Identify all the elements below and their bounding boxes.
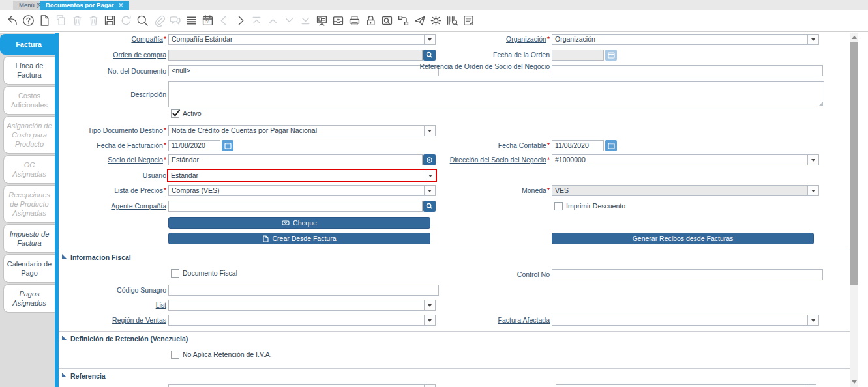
document-icon — [262, 235, 269, 242]
codigo-sunagro-field[interactable] — [168, 285, 439, 296]
section-referencia[interactable]: Referencia — [70, 372, 106, 380]
organizacion-select[interactable]: Organización — [552, 34, 819, 45]
report-view-icon[interactable] — [462, 14, 475, 27]
factura-afectada-select[interactable] — [552, 315, 819, 326]
lock-icon[interactable] — [364, 14, 378, 27]
direccion-socio-label: Dirección del Socio del Negocio* — [414, 156, 550, 164]
cheque-button[interactable]: Cheque — [168, 217, 430, 229]
no-aplica-retencion-checkbox[interactable] — [171, 351, 179, 359]
sidebar-tab-línea-de-factura[interactable]: Línea de Factura — [3, 56, 55, 85]
chevron-down-icon[interactable] — [807, 315, 818, 325]
orden-compra-field — [168, 50, 423, 61]
section-definicion-retencion[interactable]: Definición de Retención (Venezuela) — [70, 335, 188, 343]
calendar-icon — [608, 51, 615, 59]
region-ventas-select[interactable] — [168, 315, 436, 326]
fecha-contable-calendar-button[interactable] — [605, 140, 617, 151]
vertical-scrollbar[interactable] — [850, 33, 858, 387]
search-icon — [426, 203, 433, 210]
check-icon — [172, 108, 181, 118]
section-separator — [59, 331, 850, 332]
generar-recibos-button[interactable]: Generar Recibos desde Facturas — [552, 233, 814, 244]
workflow-icon[interactable] — [397, 14, 410, 27]
fecha-facturacion-calendar-button[interactable] — [222, 140, 233, 151]
control-no-field[interactable] — [552, 269, 823, 280]
agente-compania-search-button[interactable] — [423, 201, 436, 212]
parent-record-icon — [217, 14, 231, 27]
preferences-icon[interactable] — [429, 14, 443, 27]
referencia-right-select-partial[interactable] — [556, 384, 816, 387]
sidebar-tab-impuesto-de-factura[interactable]: Impuesto de Factura — [3, 224, 55, 253]
delete-record-icon — [70, 14, 84, 27]
section-informacion-fiscal[interactable]: Informacion Fiscal — [70, 253, 131, 261]
imprimir-descuento-checkbox[interactable] — [554, 202, 563, 210]
no-documento-field[interactable]: <null> — [168, 65, 439, 76]
socio-negocio-field[interactable]: Estándar — [168, 154, 423, 165]
new-record-icon[interactable] — [38, 14, 52, 27]
chevron-down-icon[interactable] — [424, 126, 435, 136]
collapse-triangle-icon[interactable] — [62, 373, 67, 377]
refresh-icon — [119, 14, 133, 27]
sidebar-tab-pagos-asignados[interactable]: Pagos Asignados — [3, 284, 55, 313]
undo-icon[interactable] — [5, 14, 19, 27]
section-separator — [59, 250, 850, 250]
print-icon[interactable] — [348, 14, 361, 27]
main-toolbar: 31 — [0, 10, 868, 32]
help-icon[interactable] — [22, 14, 35, 27]
sidebar-tab-factura[interactable]: Factura — [0, 34, 57, 55]
calendar-icon — [608, 142, 615, 149]
crear-desde-factura-button[interactable]: Crear Desde Factura — [168, 233, 430, 244]
referencia-left-select-partial[interactable] — [168, 384, 436, 387]
referencia-orden-field[interactable] — [552, 65, 823, 76]
chevron-down-icon[interactable] — [424, 300, 435, 310]
scroll-down-icon[interactable] — [852, 380, 857, 384]
section-separator — [59, 368, 850, 369]
collapse-triangle-icon[interactable] — [62, 254, 67, 259]
scrollbar-thumb[interactable] — [850, 42, 858, 285]
save-icon[interactable] — [103, 14, 117, 27]
documento-fiscal-checkbox[interactable] — [171, 269, 179, 278]
resize-handle-icon[interactable] — [818, 102, 823, 106]
agente-compania-field[interactable] — [168, 201, 423, 212]
detail-record-icon[interactable] — [233, 14, 247, 27]
chevron-down-icon[interactable] — [807, 35, 818, 44]
archive-icon[interactable] — [331, 14, 345, 27]
chevron-down-icon[interactable] — [425, 170, 436, 181]
region-ventas-label: Región de Ventas — [59, 316, 166, 324]
report-icon[interactable] — [315, 14, 329, 27]
descripcion-textarea[interactable] — [168, 81, 824, 108]
delete-selection-icon — [87, 14, 100, 27]
scroll-up-icon[interactable] — [852, 36, 857, 39]
zoom-across-icon[interactable] — [380, 14, 394, 27]
tipo-documento-select[interactable]: Nota de Crédito de Cuentas por Pagar Nac… — [168, 125, 436, 136]
close-tab-icon[interactable]: ✕ — [119, 2, 124, 8]
fecha-contable-field[interactable]: 11/08/2020 — [552, 140, 604, 151]
calendar-icon — [224, 142, 232, 149]
find-icon[interactable] — [136, 14, 149, 27]
orden-compra-label: Orden de compra — [59, 51, 166, 59]
window-tab-bar: Menú (9) Documentos por Pagar✕ — [0, 0, 868, 10]
compania-select[interactable]: Compañía Estándar — [168, 34, 436, 45]
previous-record-icon — [266, 14, 280, 27]
list-select[interactable] — [168, 300, 436, 311]
sidebar-tab-calendario-de-pago[interactable]: Calendario de Pago — [3, 254, 55, 283]
grid-toggle-icon[interactable] — [185, 14, 198, 27]
chevron-down-icon[interactable] — [807, 155, 818, 165]
product-info-icon[interactable] — [445, 14, 459, 27]
copy-record-icon — [54, 14, 68, 27]
request-icon[interactable] — [413, 14, 427, 27]
collapse-triangle-icon[interactable] — [62, 336, 67, 340]
control-no-label: Control No — [414, 270, 550, 278]
fecha-facturacion-field[interactable]: 11/08/2020 — [168, 140, 220, 151]
sidebar-tab-costos-adicionales: Costos Adicionales — [3, 86, 55, 115]
lista-precios-select[interactable]: Compras (VES) — [168, 185, 436, 196]
referencia-orden-label: Referencia de Orden de Socio del Negocio — [414, 63, 550, 70]
direccion-socio-select[interactable]: #1000000 — [552, 154, 819, 165]
calendar-icon[interactable]: 31 — [201, 14, 215, 27]
cheque-icon — [282, 220, 290, 226]
usuario-select-highlighted[interactable]: Estandar — [167, 169, 437, 182]
tab-documentos-por-pagar[interactable]: Documentos por Pagar✕ — [40, 1, 129, 10]
activo-checkbox[interactable] — [171, 109, 179, 118]
no-documento-label: No. del Documento — [59, 67, 166, 75]
activo-label: Activo — [183, 109, 202, 118]
last-record-icon — [299, 14, 312, 27]
